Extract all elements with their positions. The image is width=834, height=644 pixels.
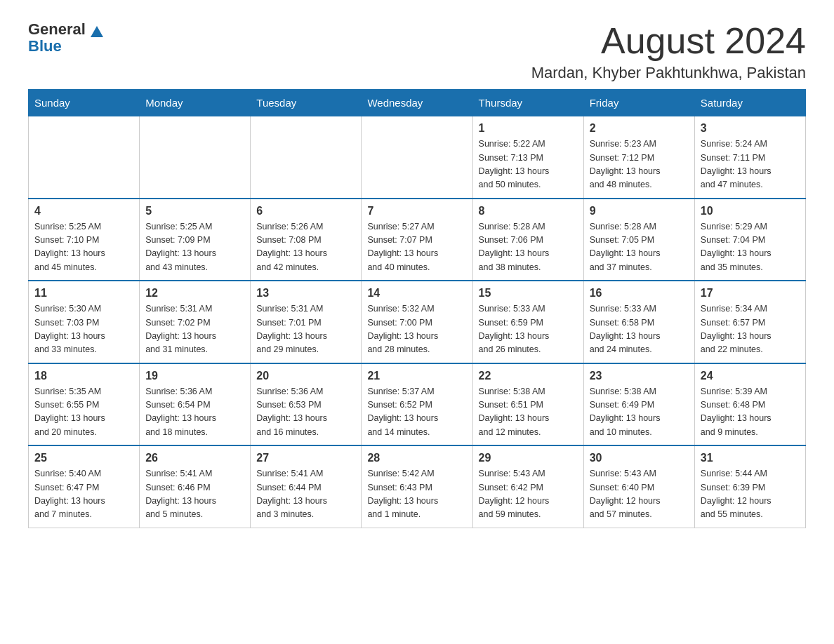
calendar-day-cell: 7Sunrise: 5:27 AM Sunset: 7:07 PM Daylig… [362,199,472,281]
day-info: Sunrise: 5:31 AM Sunset: 7:01 PM Dayligh… [256,302,355,357]
day-number: 9 [590,205,689,217]
calendar-day-cell: 20Sunrise: 5:36 AM Sunset: 6:53 PM Dayli… [251,363,362,446]
day-info: Sunrise: 5:35 AM Sunset: 6:55 PM Dayligh… [34,385,133,440]
day-info: Sunrise: 5:29 AM Sunset: 7:04 PM Dayligh… [701,220,800,275]
day-number: 7 [367,205,466,217]
calendar-day-cell: 17Sunrise: 5:34 AM Sunset: 6:57 PM Dayli… [694,281,805,363]
calendar-day-cell: 31Sunrise: 5:44 AM Sunset: 6:39 PM Dayli… [694,445,805,528]
day-info: Sunrise: 5:33 AM Sunset: 6:58 PM Dayligh… [590,302,689,357]
calendar-day-cell: 16Sunrise: 5:33 AM Sunset: 6:58 PM Dayli… [583,281,694,363]
day-number: 3 [701,122,800,135]
day-number: 1 [479,122,578,135]
calendar-day-cell: 23Sunrise: 5:38 AM Sunset: 6:49 PM Dayli… [583,363,694,446]
calendar-day-cell: 14Sunrise: 5:32 AM Sunset: 7:00 PM Dayli… [362,281,472,363]
calendar-day-cell [251,116,362,199]
logo-blue-text: Blue [28,37,62,55]
calendar-day-cell: 19Sunrise: 5:36 AM Sunset: 6:54 PM Dayli… [140,363,251,446]
calendar-day-cell: 26Sunrise: 5:41 AM Sunset: 6:46 PM Dayli… [140,445,251,528]
calendar-day-cell: 10Sunrise: 5:29 AM Sunset: 7:04 PM Dayli… [694,199,805,281]
day-number: 12 [145,287,244,300]
day-number: 31 [701,452,800,464]
day-number: 28 [367,452,466,464]
day-number: 14 [367,287,466,300]
logo-triangle-icon [89,25,105,43]
calendar-day-cell [29,116,140,199]
day-info: Sunrise: 5:37 AM Sunset: 6:52 PM Dayligh… [367,385,466,440]
day-number: 22 [479,370,578,382]
day-info: Sunrise: 5:25 AM Sunset: 7:09 PM Dayligh… [145,220,244,275]
calendar-week-row: 4Sunrise: 5:25 AM Sunset: 7:10 PM Daylig… [29,199,806,281]
day-info: Sunrise: 5:42 AM Sunset: 6:43 PM Dayligh… [367,467,466,522]
calendar-day-cell: 11Sunrise: 5:30 AM Sunset: 7:03 PM Dayli… [29,281,140,363]
calendar-week-row: 11Sunrise: 5:30 AM Sunset: 7:03 PM Dayli… [29,281,806,363]
calendar-day-cell: 9Sunrise: 5:28 AM Sunset: 7:05 PM Daylig… [583,199,694,281]
calendar-week-row: 25Sunrise: 5:40 AM Sunset: 6:47 PM Dayli… [29,445,806,528]
day-info: Sunrise: 5:30 AM Sunset: 7:03 PM Dayligh… [34,302,133,357]
day-number: 17 [701,287,800,300]
calendar-day-cell: 21Sunrise: 5:37 AM Sunset: 6:52 PM Dayli… [362,363,472,446]
weekday-header-friday: Friday [583,90,694,116]
day-number: 18 [34,370,133,382]
day-info: Sunrise: 5:38 AM Sunset: 6:49 PM Dayligh… [590,385,689,440]
calendar-day-cell: 2Sunrise: 5:23 AM Sunset: 7:12 PM Daylig… [583,116,694,199]
calendar-day-cell: 13Sunrise: 5:31 AM Sunset: 7:01 PM Dayli… [251,281,362,363]
calendar-day-cell: 5Sunrise: 5:25 AM Sunset: 7:09 PM Daylig… [140,199,251,281]
day-info: Sunrise: 5:28 AM Sunset: 7:06 PM Dayligh… [479,220,578,275]
calendar-table: SundayMondayTuesdayWednesdayThursdayFrid… [28,89,806,528]
day-info: Sunrise: 5:22 AM Sunset: 7:13 PM Dayligh… [479,137,578,192]
calendar-day-cell: 6Sunrise: 5:26 AM Sunset: 7:08 PM Daylig… [251,199,362,281]
weekday-header-wednesday: Wednesday [362,90,472,116]
calendar-day-cell: 3Sunrise: 5:24 AM Sunset: 7:11 PM Daylig… [694,116,805,199]
day-info: Sunrise: 5:39 AM Sunset: 6:48 PM Dayligh… [701,385,800,440]
day-info: Sunrise: 5:32 AM Sunset: 7:00 PM Dayligh… [367,302,466,357]
day-number: 23 [590,370,689,382]
weekday-header-saturday: Saturday [694,90,805,116]
day-number: 5 [145,205,244,217]
day-number: 25 [34,452,133,464]
calendar-week-row: 1Sunrise: 5:22 AM Sunset: 7:13 PM Daylig… [29,116,806,199]
calendar-day-cell: 25Sunrise: 5:40 AM Sunset: 6:47 PM Dayli… [29,445,140,528]
day-number: 16 [590,287,689,300]
day-info: Sunrise: 5:43 AM Sunset: 6:42 PM Dayligh… [479,467,578,522]
day-info: Sunrise: 5:28 AM Sunset: 7:05 PM Dayligh… [590,220,689,275]
day-number: 24 [701,370,800,382]
day-number: 29 [479,452,578,464]
calendar-week-row: 18Sunrise: 5:35 AM Sunset: 6:55 PM Dayli… [29,363,806,446]
day-info: Sunrise: 5:25 AM Sunset: 7:10 PM Dayligh… [34,220,133,275]
day-info: Sunrise: 5:43 AM Sunset: 6:40 PM Dayligh… [590,467,689,522]
day-info: Sunrise: 5:40 AM Sunset: 6:47 PM Dayligh… [34,467,133,522]
day-info: Sunrise: 5:34 AM Sunset: 6:57 PM Dayligh… [701,302,800,357]
weekday-header-monday: Monday [140,90,251,116]
calendar-day-cell: 8Sunrise: 5:28 AM Sunset: 7:06 PM Daylig… [472,199,583,281]
weekday-header-tuesday: Tuesday [251,90,362,116]
day-number: 27 [256,452,355,464]
logo-general-text: General Blue [28,21,86,55]
day-info: Sunrise: 5:23 AM Sunset: 7:12 PM Dayligh… [590,137,689,192]
weekday-header-sunday: Sunday [29,90,140,116]
calendar-day-cell: 4Sunrise: 5:25 AM Sunset: 7:10 PM Daylig… [29,199,140,281]
title-area: August 2024 Mardan, Khyber Pakhtunkhwa, … [531,21,806,82]
day-info: Sunrise: 5:27 AM Sunset: 7:07 PM Dayligh… [367,220,466,275]
calendar-day-cell: 30Sunrise: 5:43 AM Sunset: 6:40 PM Dayli… [583,445,694,528]
day-info: Sunrise: 5:41 AM Sunset: 6:46 PM Dayligh… [145,467,244,522]
location-subtitle: Mardan, Khyber Pakhtunkhwa, Pakistan [531,64,806,82]
day-info: Sunrise: 5:38 AM Sunset: 6:51 PM Dayligh… [479,385,578,440]
day-number: 19 [145,370,244,382]
day-info: Sunrise: 5:44 AM Sunset: 6:39 PM Dayligh… [701,467,800,522]
day-number: 26 [145,452,244,464]
calendar-day-cell: 28Sunrise: 5:42 AM Sunset: 6:43 PM Dayli… [362,445,472,528]
calendar-day-cell: 12Sunrise: 5:31 AM Sunset: 7:02 PM Dayli… [140,281,251,363]
day-info: Sunrise: 5:33 AM Sunset: 6:59 PM Dayligh… [479,302,578,357]
calendar-day-cell: 29Sunrise: 5:43 AM Sunset: 6:42 PM Dayli… [472,445,583,528]
calendar-day-cell [140,116,251,199]
svg-marker-0 [91,26,103,37]
day-info: Sunrise: 5:24 AM Sunset: 7:11 PM Dayligh… [701,137,800,192]
day-info: Sunrise: 5:36 AM Sunset: 6:54 PM Dayligh… [145,385,244,440]
day-info: Sunrise: 5:36 AM Sunset: 6:53 PM Dayligh… [256,385,355,440]
day-info: Sunrise: 5:41 AM Sunset: 6:44 PM Dayligh… [256,467,355,522]
logo: General Blue [28,21,105,55]
day-number: 4 [34,205,133,217]
calendar-day-cell: 18Sunrise: 5:35 AM Sunset: 6:55 PM Dayli… [29,363,140,446]
day-number: 13 [256,287,355,300]
calendar-day-cell: 27Sunrise: 5:41 AM Sunset: 6:44 PM Dayli… [251,445,362,528]
